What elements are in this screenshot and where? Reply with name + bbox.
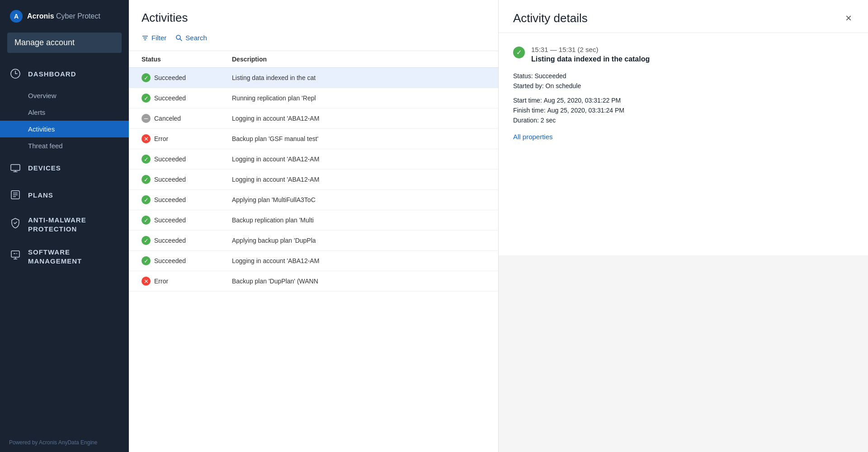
success-icon: ✓ [142, 94, 151, 103]
detail-time-text: 15:31 — 15:31 (2 sec) [531, 46, 650, 53]
detail-time-row: ✓ 15:31 — 15:31 (2 sec) Listing data ind… [513, 46, 854, 63]
description-cell: Backup plan 'DupPlan' (WANN [232, 278, 486, 285]
detail-finish-time-label: Finish time: [513, 107, 546, 114]
search-button[interactable]: Search [175, 32, 207, 43]
svg-rect-3 [11, 165, 20, 170]
detail-finish-time-value: Aug 25, 2020, 03:31:24 PM [547, 107, 624, 114]
detail-bottom-area [499, 255, 868, 452]
status-cell: ✓ Succeeded [142, 155, 232, 164]
detail-finish-time-field: Finish time: Aug 25, 2020, 03:31:24 PM [513, 107, 854, 114]
status-text: Succeeded [154, 237, 186, 244]
table-row[interactable]: ✓ Succeeded Logging in account 'ABA12-AM [129, 149, 498, 170]
status-text: Succeeded [154, 94, 186, 102]
status-cell: ✓ Succeeded [142, 73, 232, 82]
detail-started-by-label: Started by: [513, 82, 544, 89]
success-icon: ✓ [142, 195, 151, 204]
status-text: Succeeded [154, 196, 186, 203]
svg-line-19 [180, 39, 182, 41]
svg-text:A: A [14, 13, 19, 20]
svg-rect-10 [11, 251, 19, 257]
description-cell: Logging in account 'ABA12-AM [232, 155, 486, 163]
table-row[interactable]: ✓ Succeeded Running replication plan 'Re… [129, 88, 498, 108]
sidebar-item-alerts[interactable]: Alerts [0, 104, 129, 121]
table-row[interactable]: – Canceled Logging in account 'ABA12-AM [129, 108, 498, 129]
search-label: Search [185, 34, 207, 42]
table-row[interactable]: ✕ Error Backup plan 'DupPlan' (WANN [129, 271, 498, 292]
status-cell: ✓ Succeeded [142, 94, 232, 103]
detail-success-icon: ✓ [513, 47, 525, 58]
activities-panel: Activities Filter Search [129, 0, 499, 452]
detail-header: Activity details × [499, 0, 868, 33]
status-text: Succeeded [154, 257, 186, 264]
sidebar-item-anti-malware[interactable]: ANTI-MALWARE PROTECTION [0, 208, 129, 240]
sidebar-item-plans[interactable]: PLANS [0, 181, 129, 208]
detail-time-info: 15:31 — 15:31 (2 sec) Listing data index… [531, 46, 650, 63]
sidebar-item-software-management[interactable]: SOFTWARE MANAGEMENT [0, 240, 129, 273]
software-icon [9, 249, 22, 261]
status-cell: ✕ Error [142, 277, 232, 286]
detail-panel: Activity details × ✓ 15:31 — 15:31 (2 se… [499, 0, 868, 452]
table-row[interactable]: ✕ Error Backup plan 'GSF manual test' [129, 129, 498, 149]
description-cell: Logging in account 'ABA12-AM [232, 257, 486, 264]
shield-icon [9, 217, 22, 229]
detail-start-time-value: Aug 25, 2020, 03:31:22 PM [544, 97, 621, 104]
all-properties-link[interactable]: All properties [513, 133, 553, 141]
dashboard-icon [9, 67, 22, 80]
sidebar-item-activities[interactable]: Activities [0, 121, 129, 137]
table-row[interactable]: ✓ Succeeded Applying backup plan 'DupPla [129, 231, 498, 251]
filter-label: Filter [151, 34, 166, 42]
detail-started-by-field: Started by: On schedule [513, 82, 854, 89]
description-cell: Applying plan 'MultiFullA3ToC [232, 196, 486, 203]
table-row[interactable]: ✓ Succeeded Backup replication plan 'Mul… [129, 210, 498, 231]
anti-malware-label: ANTI-MALWARE PROTECTION [28, 216, 120, 233]
status-text: Succeeded [154, 217, 186, 224]
detail-duration-value: 2 sec [541, 117, 556, 124]
status-cell: ✓ Succeeded [142, 175, 232, 184]
status-cell: ✓ Succeeded [142, 216, 232, 225]
close-button[interactable]: × [844, 11, 854, 25]
status-cell: ✕ Error [142, 134, 232, 143]
table-row[interactable]: ✓ Succeeded Logging in account 'ABA12-AM [129, 251, 498, 271]
activities-list: ✓ Succeeded Listing data indexed in the … [129, 68, 498, 452]
status-text: Succeeded [154, 155, 186, 163]
logo-text: Acronis Cyber Protect [27, 12, 100, 20]
detail-start-time-label: Start time: [513, 97, 542, 104]
description-cell: Backup plan 'GSF manual test' [232, 135, 486, 142]
manage-account-button[interactable]: Manage account [7, 33, 122, 53]
description-header: Description [232, 56, 486, 63]
detail-activity-name: Listing data indexed in the catalog [531, 55, 650, 63]
status-cell: ✓ Succeeded [142, 195, 232, 204]
sidebar-footer: Powered by Acronis AnyData Engine [0, 433, 129, 452]
sidebar-item-devices[interactable]: DEVICES [0, 154, 129, 181]
status-text: Canceled [154, 115, 181, 122]
error-icon: ✕ [142, 134, 151, 143]
success-icon: ✓ [142, 216, 151, 225]
search-icon [175, 34, 183, 42]
sidebar-item-threat-feed[interactable]: Threat feed [0, 137, 129, 154]
success-icon: ✓ [142, 256, 151, 265]
sidebar-item-overview[interactable]: Overview [0, 87, 129, 104]
split-container: Activities Filter Search [129, 0, 868, 452]
dashboard-label: DASHBOARD [28, 70, 76, 78]
status-cell: ✓ Succeeded [142, 236, 232, 245]
sidebar: A Acronis Cyber Protect Manage account D… [0, 0, 129, 452]
table-row[interactable]: ✓ Succeeded Applying plan 'MultiFullA3To… [129, 190, 498, 210]
filter-icon [142, 34, 149, 42]
filter-button[interactable]: Filter [142, 32, 166, 43]
error-icon: ✕ [142, 277, 151, 286]
table-row[interactable]: ✓ Succeeded Logging in account 'ABA12-AM [129, 170, 498, 190]
detail-fields: Status: Succeeded Started by: On schedul… [513, 72, 854, 89]
devices-label: DEVICES [28, 164, 61, 172]
activities-title: Activities [129, 0, 498, 25]
table-row[interactable]: ✓ Succeeded Listing data indexed in the … [129, 68, 498, 88]
success-icon: ✓ [142, 236, 151, 245]
description-cell: Logging in account 'ABA12-AM [232, 176, 486, 183]
nav-section: DASHBOARD Overview Alerts Activities Thr… [0, 60, 129, 433]
detail-status-label: Status: [513, 72, 533, 80]
detail-title: Activity details [513, 11, 588, 25]
status-text: Error [154, 278, 168, 285]
status-text: Succeeded [154, 176, 186, 183]
status-text: Error [154, 135, 168, 142]
detail-content: ✓ 15:31 — 15:31 (2 sec) Listing data ind… [499, 33, 868, 255]
sidebar-item-dashboard[interactable]: DASHBOARD [0, 60, 129, 87]
